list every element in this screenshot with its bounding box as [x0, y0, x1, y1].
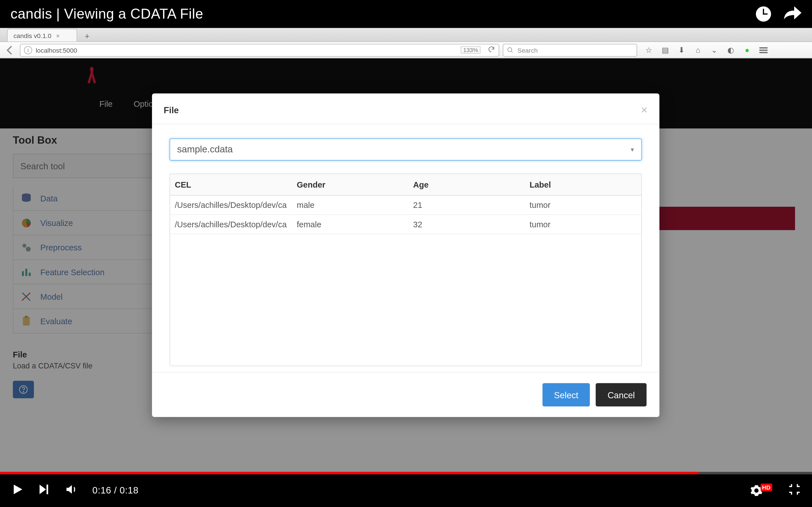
- data-grid: CEL Gender Age Label /Users/achilles/Des…: [169, 173, 642, 366]
- sync-icon[interactable]: ◐: [726, 45, 735, 55]
- browser-window: candis v0.1.0 × + i localhost:5000 133%: [0, 28, 812, 484]
- table-row[interactable]: /Users/achilles/Desktop/dev/ca female 32…: [170, 215, 641, 234]
- table-header-row: CEL Gender Age Label: [170, 174, 641, 195]
- play-button[interactable]: [10, 483, 23, 499]
- downloads-icon[interactable]: ⬇: [677, 45, 686, 55]
- bookmark-star-icon[interactable]: ☆: [644, 45, 654, 55]
- tab-close-icon[interactable]: ×: [56, 32, 60, 39]
- file-dropdown-value: sample.cdata: [177, 144, 233, 155]
- watch-later-icon[interactable]: [756, 6, 771, 22]
- select-button[interactable]: Select: [542, 383, 590, 406]
- volume-button[interactable]: [64, 483, 79, 498]
- col-age[interactable]: Age: [409, 174, 525, 195]
- time-display: 0:16 / 0:18: [93, 485, 139, 496]
- site-info-icon[interactable]: i: [24, 46, 32, 54]
- tab-title: candis v0.1.0: [13, 32, 51, 39]
- cancel-button[interactable]: Cancel: [596, 383, 647, 406]
- progress-played: [0, 472, 698, 474]
- col-cel[interactable]: CEL: [170, 174, 292, 195]
- hd-badge: HD: [760, 483, 772, 491]
- pocket-icon[interactable]: ⌄: [710, 45, 719, 55]
- home-icon[interactable]: ⌂: [693, 45, 703, 55]
- next-button[interactable]: [38, 483, 50, 498]
- page-content: File Options Help Tool Box Data: [0, 58, 812, 483]
- modal-title: File: [164, 105, 179, 115]
- table-row[interactable]: /Users/achilles/Desktop/dev/ca male 21 t…: [170, 195, 641, 215]
- menu-button[interactable]: [759, 45, 768, 55]
- search-placeholder: Search: [517, 47, 538, 54]
- progress-bar[interactable]: [0, 472, 812, 474]
- addon-icon[interactable]: ●: [742, 45, 752, 55]
- back-button[interactable]: [3, 43, 16, 56]
- exit-fullscreen-button[interactable]: [788, 483, 802, 499]
- zoom-indicator[interactable]: 133%: [461, 46, 481, 54]
- search-icon: [507, 47, 514, 54]
- reload-button[interactable]: [488, 46, 495, 54]
- chevron-down-icon: ▾: [631, 146, 634, 153]
- tab-strip: candis v0.1.0 × +: [0, 28, 812, 42]
- video-controls: 0:16 / 0:18 HD: [0, 472, 812, 507]
- svg-point-0: [508, 47, 512, 52]
- settings-button[interactable]: HD: [750, 484, 774, 497]
- svg-rect-15: [47, 485, 48, 494]
- file-modal: File × sample.cdata ▾: [152, 94, 659, 417]
- browser-tab[interactable]: candis v0.1.0 ×: [7, 29, 77, 42]
- search-bar[interactable]: Search: [503, 43, 637, 56]
- url-bar[interactable]: i localhost:5000 133%: [20, 43, 499, 56]
- col-label[interactable]: Label: [525, 174, 642, 195]
- video-title-bar: candis | Viewing a CDATA File: [0, 0, 812, 28]
- video-title: candis | Viewing a CDATA File: [10, 6, 203, 22]
- share-icon[interactable]: [784, 6, 801, 22]
- new-tab-button[interactable]: +: [81, 31, 94, 41]
- modal-close-button[interactable]: ×: [641, 104, 648, 115]
- nav-toolbar: i localhost:5000 133% Search ☆ ▤ ⬇ ⌂ ⌄: [0, 42, 812, 58]
- file-dropdown[interactable]: sample.cdata ▾: [169, 138, 642, 161]
- library-icon[interactable]: ▤: [661, 45, 670, 55]
- url-text: localhost:5000: [36, 47, 77, 54]
- col-gender[interactable]: Gender: [292, 174, 409, 195]
- svg-line-1: [511, 51, 513, 52]
